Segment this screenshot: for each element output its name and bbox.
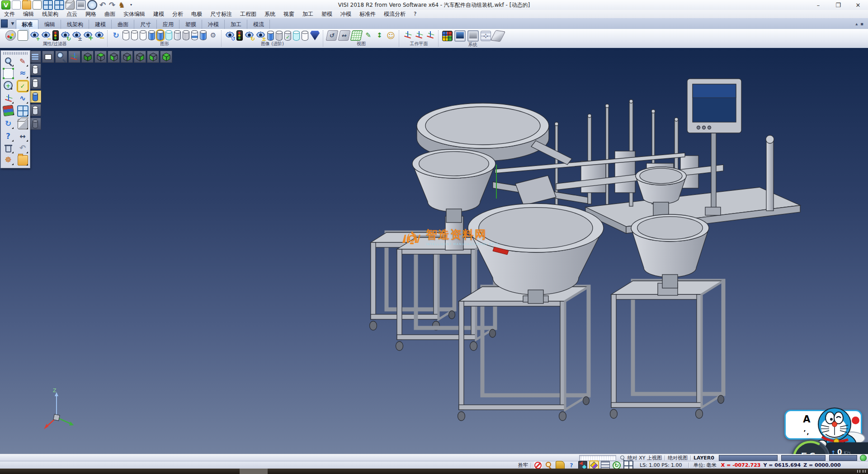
advanced-refresh-icon[interactable] — [245, 31, 254, 40]
shaded-style-icon[interactable] — [148, 30, 155, 40]
ribbon-collapse-icon[interactable]: ▴ — [855, 21, 858, 26]
workplane-icon[interactable] — [403, 30, 412, 40]
view-left-icon[interactable] — [108, 51, 120, 63]
zoom-search-icon[interactable] — [4, 57, 13, 66]
view-iso-icon[interactable] — [160, 51, 172, 63]
shaded-edges-render-icon[interactable] — [29, 104, 41, 116]
shaded-render-icon[interactable] — [29, 90, 41, 103]
ribbon-tab[interactable]: 塑膜 — [179, 19, 202, 29]
ribbon-tab[interactable]: 曲面 — [112, 19, 134, 29]
viewport-3d[interactable]: 智造资料网 INTELLIGENT MANUFACTURING DATA Z A… — [0, 48, 868, 454]
system-monitor2-icon[interactable] — [467, 30, 479, 42]
menu-item[interactable]: 尺寸标注 — [206, 10, 236, 18]
wireframe-style-icon[interactable] — [123, 30, 129, 40]
hidden-line-style-icon[interactable] — [131, 30, 138, 40]
section-style-icon[interactable] — [200, 30, 207, 40]
attributes-palette-icon[interactable] — [5, 30, 16, 41]
menu-item[interactable]: 模流分析 — [380, 10, 410, 18]
context-help-icon[interactable] — [4, 132, 13, 141]
mixed-style-icon[interactable] — [191, 30, 198, 40]
open-file-icon[interactable] — [22, 0, 31, 9]
navigator-wheel-icon[interactable] — [4, 155, 13, 165]
snap-point-icon[interactable] — [545, 461, 553, 469]
save-as-icon[interactable] — [54, 0, 64, 10]
regenerate-icon[interactable] — [4, 119, 13, 128]
view-sketch-icon[interactable] — [363, 31, 373, 40]
undo-curl-icon[interactable] — [18, 143, 28, 153]
system-colors-icon[interactable] — [442, 31, 453, 41]
system-monitor-icon[interactable] — [454, 30, 466, 42]
view-front-icon[interactable] — [134, 51, 146, 63]
toggle-visibility-icon[interactable] — [72, 31, 81, 40]
maximize-button[interactable]: ❐ — [828, 0, 848, 10]
advanced-toggle-icon[interactable] — [256, 31, 265, 40]
menu-item[interactable]: 冲模 — [336, 10, 355, 18]
system-plane-icon[interactable] — [491, 30, 505, 42]
menu-item[interactable]: 分析 — [168, 10, 187, 18]
menu-item[interactable]: 加工 — [298, 10, 317, 18]
palette-drag-handle[interactable] — [3, 52, 28, 55]
ime-mode-letter[interactable]: A — [803, 414, 810, 425]
system-grid-settings-icon[interactable] — [481, 31, 491, 41]
ribbon-tab[interactable]: 尺寸 — [134, 19, 157, 29]
view-grid-icon[interactable] — [350, 30, 363, 41]
selection-box-icon[interactable] — [3, 68, 14, 79]
zoom-dynamic-icon[interactable] — [4, 81, 13, 90]
menu-item[interactable]: 网格 — [81, 10, 100, 18]
viewport-menu-icon[interactable] — [29, 51, 41, 63]
macro-icon[interactable] — [118, 1, 126, 9]
document-icon[interactable] — [1, 19, 8, 28]
ribbon-tab[interactable]: 应用 — [157, 19, 179, 29]
taskbar-item[interactable] — [240, 469, 268, 474]
menu-item[interactable]: 线架构 — [38, 10, 62, 18]
line-color-swatch[interactable] — [781, 455, 826, 461]
view-pan-icon[interactable] — [338, 30, 351, 41]
view-back-icon[interactable] — [147, 51, 159, 63]
advanced-view-icon[interactable] — [225, 31, 235, 40]
menu-item[interactable]: 建模 — [149, 10, 168, 18]
network-speed-widget[interactable]: ↑ 0 K/s ↓ 0 K/s — [826, 442, 868, 454]
axis-view-icon[interactable] — [68, 51, 80, 63]
hide-all-icon[interactable] — [94, 31, 104, 40]
display-settings-icon[interactable] — [208, 31, 218, 40]
menu-item[interactable]: 标准件 — [355, 10, 380, 18]
snap-disable-icon[interactable] — [534, 461, 542, 469]
spline-draw-icon[interactable] — [18, 94, 28, 103]
menu-item[interactable]: 编辑 — [19, 10, 38, 18]
zoom-view-icon[interactable] — [55, 51, 67, 63]
menu-item[interactable]: 塑模 — [317, 10, 336, 18]
advanced-shaded-icon[interactable] — [267, 31, 274, 41]
menu-item[interactable]: 系统 — [260, 10, 279, 18]
undo-icon[interactable] — [99, 1, 107, 9]
workplane-align-icon[interactable] — [425, 30, 435, 40]
lock-label[interactable]: 拴牢 — [518, 462, 528, 469]
show-entities-icon[interactable] — [30, 31, 39, 40]
minimize-button[interactable]: – — [808, 0, 828, 10]
confirm-check-icon[interactable] — [18, 81, 28, 91]
close-button[interactable]: ✕ — [848, 0, 868, 10]
transparent-style-icon[interactable] — [165, 30, 172, 40]
advanced-hatch-icon[interactable] — [276, 31, 283, 41]
solid-cube-icon[interactable] — [18, 119, 28, 129]
view-top-icon[interactable] — [94, 51, 107, 63]
performance-gauge-widget[interactable]: 56% — [791, 439, 830, 454]
open-project-icon[interactable] — [18, 155, 28, 166]
globe-icon[interactable] — [860, 455, 867, 461]
ucs-axis-icon[interactable] — [4, 94, 13, 103]
wireframe-render-icon[interactable] — [29, 63, 41, 76]
tab-dropdown-icon[interactable]: ▼ — [9, 21, 16, 26]
advanced-filter-icon[interactable] — [236, 30, 243, 41]
visi-logo[interactable] — [1, 0, 10, 9]
menu-item[interactable]: 曲面 — [100, 10, 119, 18]
ribbon-tab[interactable]: 建模 — [89, 19, 112, 29]
new-file-icon[interactable] — [12, 0, 21, 9]
print-icon[interactable] — [76, 0, 86, 10]
menu-item[interactable]: 点云 — [62, 10, 81, 18]
menu-item[interactable]: 工程图 — [236, 10, 260, 18]
delete-trash-icon[interactable] — [4, 143, 13, 153]
measure-distance-icon[interactable] — [18, 132, 28, 141]
advanced-shade-cone-icon[interactable] — [310, 31, 320, 40]
edit-delete-icon[interactable] — [18, 57, 28, 66]
ribbon-tab[interactable]: 线架构 — [61, 19, 89, 29]
filter-copy-icon[interactable] — [18, 30, 28, 41]
